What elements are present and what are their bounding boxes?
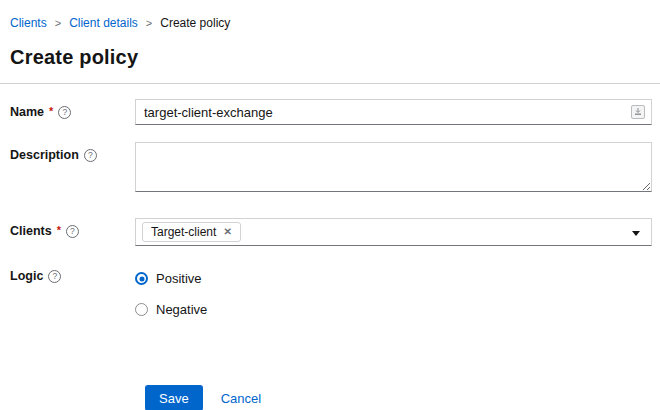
name-label-group: Name * ? — [0, 99, 135, 119]
logic-radio-group: Positive Negative — [135, 267, 652, 317]
description-row: Description ? — [0, 142, 660, 196]
logic-label: Logic — [10, 269, 43, 283]
create-policy-form: Name * ? Description ? Clients * — [0, 84, 660, 410]
radio-unselected-icon[interactable] — [135, 303, 148, 316]
chevron-down-icon — [632, 231, 640, 236]
help-icon[interactable]: ? — [84, 149, 97, 162]
required-indicator: * — [49, 105, 53, 117]
clients-label-group: Clients * ? — [0, 218, 135, 238]
client-chip-label: Target-client — [151, 225, 216, 239]
autofill-icon — [631, 105, 645, 119]
form-actions: Save Cancel — [145, 385, 660, 410]
breadcrumb-separator-icon: > — [146, 17, 152, 29]
description-textarea[interactable] — [135, 142, 652, 192]
breadcrumb-current: Create policy — [160, 16, 230, 30]
logic-label-group: Logic ? — [0, 267, 135, 283]
radio-negative[interactable]: Negative — [135, 302, 652, 317]
breadcrumb-link-clients[interactable]: Clients — [10, 16, 47, 30]
client-chip: Target-client ✕ — [142, 222, 241, 242]
cancel-button[interactable]: Cancel — [221, 391, 261, 406]
clients-row: Clients * ? Target-client ✕ — [0, 218, 660, 246]
clients-label: Clients — [10, 224, 52, 238]
remove-chip-icon[interactable]: ✕ — [223, 227, 231, 237]
breadcrumb: Clients > Client details > Create policy — [0, 0, 660, 30]
radio-selected-icon[interactable] — [135, 272, 148, 285]
clients-multiselect[interactable]: Target-client ✕ — [135, 218, 652, 246]
breadcrumb-separator-icon: > — [55, 17, 61, 29]
radio-positive[interactable]: Positive — [135, 271, 652, 286]
radio-negative-label[interactable]: Negative — [156, 302, 207, 317]
clients-field-wrap: Target-client ✕ — [135, 218, 652, 246]
help-icon[interactable]: ? — [48, 270, 61, 283]
name-input[interactable] — [135, 99, 652, 125]
radio-positive-label[interactable]: Positive — [156, 271, 202, 286]
help-icon[interactable]: ? — [66, 225, 79, 238]
name-row: Name * ? — [0, 99, 660, 125]
breadcrumb-link-client-details[interactable]: Client details — [69, 16, 138, 30]
logic-row: Logic ? Positive Negative — [0, 267, 660, 317]
description-field-wrap — [135, 142, 652, 196]
name-label: Name — [10, 105, 44, 119]
name-field-wrap — [135, 99, 652, 125]
page-title: Create policy — [0, 30, 660, 83]
help-icon[interactable]: ? — [58, 106, 71, 119]
description-label-group: Description ? — [0, 142, 135, 162]
required-indicator: * — [57, 224, 61, 236]
description-label: Description — [10, 148, 79, 162]
save-button[interactable]: Save — [145, 385, 203, 410]
